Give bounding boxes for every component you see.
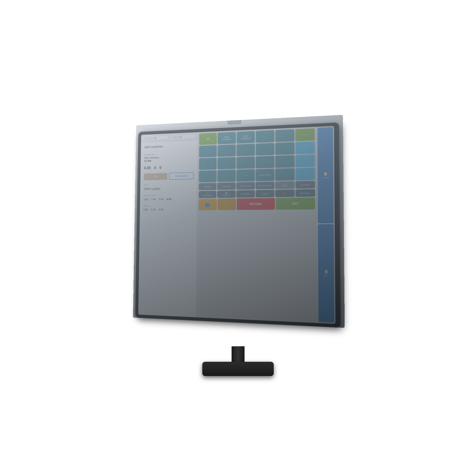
notes-label: Notes — [323, 274, 329, 277]
delete-btn[interactable]: ⊗Delete — [275, 181, 294, 189]
customer-search[interactable]: Customer — [143, 136, 169, 141]
product-15[interactable] — [256, 156, 274, 168]
left-panel: Customer Product — [138, 132, 198, 318]
sales-label: Sales € — [143, 204, 193, 207]
receipt-icon: 🧾 — [154, 175, 157, 178]
sales-section: Sales € 0.00 0.00 0.00 — [140, 202, 197, 213]
function-row: 🖨Line Recall 📋Customer Promotions Coupon… — [199, 189, 315, 198]
product-search-icon — [180, 136, 182, 138]
staff-label: Staff — [144, 183, 194, 186]
x-report-label: X-report — [322, 176, 329, 179]
hour-val-2: 0:00 — [151, 198, 156, 201]
side-quick-panel: 📋 X-report 📋 Notes — [316, 126, 335, 324]
pay-btn[interactable]: PAY — [276, 198, 315, 210]
purchases-button[interactable]: PURCHASES — [169, 172, 194, 180]
product-search-label: Product — [171, 136, 179, 139]
receipt-button[interactable]: 🧾 — [144, 173, 167, 180]
book-to-order-btn[interactable]: Book to Order — [255, 169, 274, 181]
receipt-purchases-row: 🧾 PURCHASES — [140, 171, 198, 182]
notes-icon: 📋 — [319, 269, 333, 274]
privacy-filter-notch — [227, 120, 241, 125]
svg-line-1 — [156, 138, 156, 139]
stat-count2-value: 0 — [159, 166, 161, 170]
new-sale-btn[interactable]: New sale — [199, 183, 217, 190]
save-to-group-btn[interactable]: Save to Group — [236, 182, 255, 189]
lock-btn[interactable]: 🔒 — [218, 199, 236, 210]
x-report-btn[interactable]: 📋 X-report — [318, 127, 334, 223]
return-btn[interactable]: RETURN — [237, 198, 275, 210]
stat-count1: 0 — [154, 166, 156, 170]
product-8[interactable] — [218, 144, 236, 157]
svg-point-0 — [155, 137, 156, 138]
monitor-body: Customer Product — [135, 122, 341, 328]
product-16[interactable] — [275, 155, 294, 168]
hours-values: 0:00 0:00 0:00 0:00 — [143, 198, 193, 201]
promotions-btn[interactable]: Promotions — [236, 190, 255, 198]
search-icon — [154, 137, 157, 139]
customer-search-label: Customer — [144, 137, 153, 140]
product-18[interactable] — [199, 170, 217, 183]
sale-val-1: 0.00 — [143, 208, 148, 211]
product-7[interactable] — [199, 145, 217, 157]
product-4[interactable] — [256, 130, 274, 143]
hour-val-3: 0:00 — [159, 198, 164, 201]
product-search[interactable]: Product — [170, 134, 196, 140]
gift-btn[interactable]: 🎁 — [275, 189, 294, 197]
screen-bezel: Customer Product — [138, 126, 336, 324]
product-14[interactable] — [237, 157, 255, 169]
product-19[interactable] — [218, 170, 236, 182]
hour-val-4: 0:00 — [167, 198, 171, 201]
add-shipping-btn[interactable]: Add shipping — [296, 189, 315, 197]
save-as-quotation-btn[interactable]: Save as Quotation — [255, 182, 274, 189]
staff-icon-pay-btn[interactable]: 👥 — [199, 199, 217, 210]
hours-section: Hours at work 0:00 0:00 0:00 0:00 — [140, 192, 197, 203]
product-10[interactable] — [256, 143, 274, 156]
payment-row: 👥 🔒 RETURN PAY — [199, 198, 315, 210]
action-row: New sale Save sale Save to Group Save as… — [199, 181, 315, 190]
line-recall-btn[interactable]: 🖨Line Recall — [199, 191, 217, 198]
x-report-icon: 📋 — [319, 171, 332, 176]
save-sale-btn[interactable]: Save sale — [218, 183, 236, 190]
hour-val-1: 0:00 — [143, 198, 148, 201]
staff-icon-btn[interactable]: 👤 — [199, 158, 217, 170]
color-treatment-btn[interactable]: ColorTreatment — [237, 131, 255, 143]
stat-amount-value: 0.00 — [144, 166, 151, 170]
stand-neck — [232, 346, 244, 364]
product-13[interactable] — [218, 157, 236, 169]
sale-info: Current sale Silver shampoo 12.30€ — [141, 150, 198, 165]
side-btn-1[interactable] — [295, 141, 315, 154]
sale-val-3: 0.00 — [159, 208, 164, 211]
notes-btn[interactable]: 📋 Notes — [318, 224, 334, 323]
sales-values: 0.00 0.00 0.00 — [143, 208, 193, 211]
pos-app: Customer Product — [138, 126, 336, 324]
stand-base — [202, 362, 274, 376]
more-btn[interactable]: ··· — [295, 128, 315, 141]
coupons-btn[interactable]: Coupons — [255, 190, 274, 197]
customer-btn[interactable]: 📋Customer — [217, 191, 235, 198]
right-panel: + SilverShampoo ColorTreatment ··· — [196, 127, 317, 323]
side-btn-3[interactable] — [295, 168, 315, 180]
stat-count1-value: 0 — [154, 166, 156, 170]
stat-count2: 0 — [159, 166, 161, 170]
product-5[interactable] — [275, 129, 294, 142]
scene: Customer Product — [107, 107, 369, 369]
circle-btn[interactable]: ⊙ — [236, 169, 255, 182]
staff-section: Staff John Lopez — [140, 181, 197, 193]
side-btn-2[interactable] — [295, 154, 315, 167]
product-11[interactable] — [275, 142, 294, 155]
add-customer-text: Add customer — [144, 145, 163, 149]
tax-exempt-btn[interactable]: Tax exempt — [295, 181, 315, 188]
product-9[interactable] — [237, 144, 255, 156]
product-22[interactable] — [275, 168, 294, 181]
screen-content: Customer Product — [138, 126, 336, 324]
sale-val-2: 0.00 — [151, 208, 156, 211]
svg-point-2 — [180, 136, 181, 137]
silver-shampoo-btn[interactable]: SilverShampoo — [218, 132, 236, 144]
add-product-btn[interactable]: + — [199, 133, 217, 145]
staff-name: John Lopez — [144, 186, 194, 191]
stat-amount: 0.00 — [144, 166, 151, 170]
hours-label: Hours at work — [143, 194, 193, 197]
staff-pay-icon: 👥 — [205, 202, 210, 207]
svg-line-3 — [181, 137, 182, 138]
product-grid-row4: ⊙ Book to Order — [199, 168, 315, 182]
